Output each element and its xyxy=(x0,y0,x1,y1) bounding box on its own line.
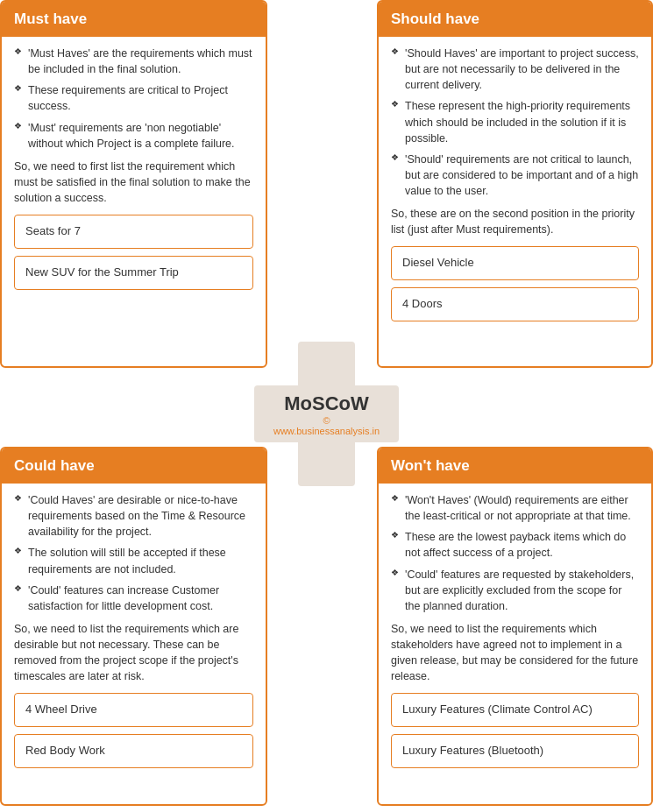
should-have-bullet-1: 'Should Haves' are important to project … xyxy=(391,46,639,93)
moscow-title: MoSCoW xyxy=(273,392,380,415)
could-have-header: Could have xyxy=(2,448,266,484)
could-have-bullet-1: 'Could Haves' are desirable or nice-to-h… xyxy=(14,492,253,540)
wont-have-body: 'Won't Haves' (Would) requirements are e… xyxy=(379,484,651,787)
could-have-body: 'Could Haves' are desirable or nice-to-h… xyxy=(2,484,266,787)
wont-have-bullets: 'Won't Haves' (Would) requirements are e… xyxy=(391,492,639,614)
must-have-bullet-3: 'Must' requirements are 'non negotiable'… xyxy=(14,120,253,152)
center-label: MoSCoW © www.businessanalysis.in xyxy=(273,392,380,436)
wont-have-bullet-1: 'Won't Haves' (Would) requirements are e… xyxy=(391,492,639,524)
must-have-summary: So, we need to first list the requiremen… xyxy=(14,159,253,206)
wont-have-bullet-3: 'Could' features are requested by stakeh… xyxy=(391,567,639,614)
wont-have-item-2: Luxury Features (Bluetooth) xyxy=(391,734,639,768)
must-have-bullet-2: These requirements are critical to Proje… xyxy=(14,82,253,114)
should-have-header: Should have xyxy=(379,2,651,37)
wont-have-panel: Won't have 'Won't Haves' (Would) require… xyxy=(377,447,653,806)
should-have-body: 'Should Haves' are important to project … xyxy=(379,37,651,341)
could-have-panel: Could have 'Could Haves' are desirable o… xyxy=(0,447,267,806)
must-have-panel: Must have 'Must Haves' are the requireme… xyxy=(0,0,267,368)
wont-have-summary: So, we need to list the requirements whi… xyxy=(391,621,639,685)
could-have-summary: So, we need to list the requirements whi… xyxy=(14,621,253,685)
could-have-bullet-3: 'Could' features can increase Customer s… xyxy=(14,583,253,614)
should-have-item-1: Diesel Vehicle xyxy=(391,246,639,280)
center-cross: MoSCoW © www.businessanalysis.in xyxy=(254,342,399,486)
must-have-bullet-1: 'Must Haves' are the requirements which … xyxy=(14,46,253,77)
could-have-bullet-2: The solution will still be accepted if t… xyxy=(14,545,253,576)
should-have-panel: Should have 'Should Haves' are important… xyxy=(377,0,653,368)
wont-have-item-1: Luxury Features (Climate Control AC) xyxy=(391,693,639,727)
must-have-item-1: Seats for 7 xyxy=(14,215,253,249)
moscow-subtitle: © www.businessanalysis.in xyxy=(273,415,380,436)
wont-have-bullet-2: These are the lowest payback items which… xyxy=(391,529,639,561)
must-have-body: 'Must Haves' are the requirements which … xyxy=(2,37,266,309)
could-have-item-2: Red Body Work xyxy=(14,734,253,768)
main-container: Must have 'Must Haves' are the requireme… xyxy=(0,0,653,812)
should-have-bullet-3: 'Should' requirements are not critical t… xyxy=(391,152,639,199)
should-have-bullets: 'Should Haves' are important to project … xyxy=(391,46,639,199)
could-have-bullets: 'Could Haves' are desirable or nice-to-h… xyxy=(14,492,253,614)
must-have-header: Must have xyxy=(2,2,266,37)
must-have-bullets: 'Must Haves' are the requirements which … xyxy=(14,46,253,152)
wont-have-header: Won't have xyxy=(379,448,651,484)
could-have-item-1: 4 Wheel Drive xyxy=(14,693,253,727)
should-have-summary: So, these are on the second position in … xyxy=(391,206,639,237)
should-have-bullet-2: These represent the high-priority requir… xyxy=(391,98,639,145)
should-have-item-2: 4 Doors xyxy=(391,287,639,321)
must-have-item-2: New SUV for the Summer Trip xyxy=(14,256,253,290)
